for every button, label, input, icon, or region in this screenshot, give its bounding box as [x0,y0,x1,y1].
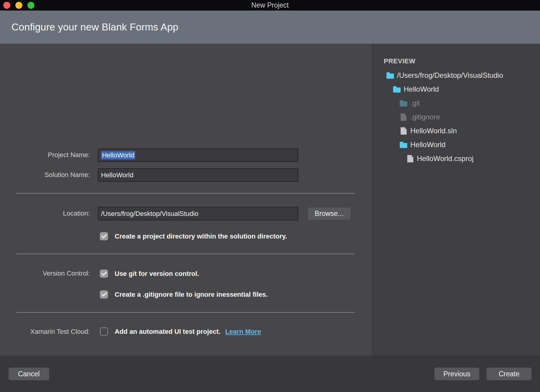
divider [16,193,355,194]
folder-icon [399,99,408,107]
project-directory-checkbox-label: Create a project directory within the so… [115,232,287,240]
previous-button[interactable]: Previous [434,368,479,380]
tree-item-label: /Users/frog/Desktop/VisualStudio [397,71,503,80]
project-name-label: Project Name: [12,151,90,159]
file-icon [399,113,408,121]
tree-item-label: .git [410,99,420,107]
tree-item-label: HelloWorld.sln [410,127,457,135]
folder-icon [386,71,394,80]
location-value: /Users/frog/Desktop/VisualStudio [101,210,198,218]
folder-icon [399,141,408,149]
divider [16,254,355,254]
project-name-selected-text: HelloWorld [101,151,135,160]
folder-icon [393,85,401,93]
tree-row: HelloWorld [393,82,439,96]
project-name-input[interactable]: HelloWorld [98,148,298,162]
file-icon [399,127,408,135]
browse-button[interactable]: Browse... [308,207,351,220]
tree-item-label: HelloWorld [404,85,439,93]
preview-heading: PREVIEW [384,57,415,65]
new-project-dialog: New Project Configure your new Blank For… [0,0,540,392]
tree-item-label: HelloWorld.csproj [417,154,474,163]
tree-row: HelloWorld [399,138,446,152]
tree-row: .gitignore [399,110,440,124]
learn-more-link[interactable]: Learn More [225,328,261,336]
use-git-checkbox-label: Use git for version control. [115,270,199,278]
location-label: Location: [12,209,90,218]
header-band: Configure your new Blank Forms App [0,11,540,44]
tree-item-label: HelloWorld [410,141,446,149]
location-input[interactable]: /Users/frog/Desktop/VisualStudio [98,207,298,220]
project-directory-checkbox[interactable] [100,232,108,240]
solution-name-label: Solution Name: [12,171,90,179]
ui-test-project-checkbox[interactable] [100,327,108,336]
test-cloud-label: Xamarin Test Cloud: [12,327,90,336]
page-title: Configure your new Blank Forms App [11,11,178,44]
file-icon [406,155,414,163]
tree-row: .git [399,96,420,110]
use-git-checkbox[interactable] [100,270,108,278]
footer-bar: Cancel Previous Create [0,356,540,392]
gitignore-checkbox-label: Create a .gitignore file to ignore iness… [115,291,268,299]
divider [16,312,355,313]
tree-row: /Users/frog/Desktop/VisualStudio [386,68,503,82]
window-title: New Project [0,0,540,11]
create-button[interactable]: Create [487,368,532,380]
titlebar: New Project [0,0,540,11]
ui-test-project-checkbox-label: Add an automated UI test project. [115,328,221,336]
tree-row: HelloWorld.csproj [406,152,474,166]
tree-row: HelloWorld.sln [399,124,457,138]
gitignore-checkbox[interactable] [100,290,108,299]
solution-name-value: HelloWorld [101,171,133,179]
form-area: Project Name: HelloWorld Solution Name: … [0,44,372,356]
version-control-label: Version Control: [12,269,90,278]
solution-name-input[interactable]: HelloWorld [98,168,298,182]
tree-item-label: .gitignore [410,113,440,121]
cancel-button[interactable]: Cancel [8,368,49,380]
